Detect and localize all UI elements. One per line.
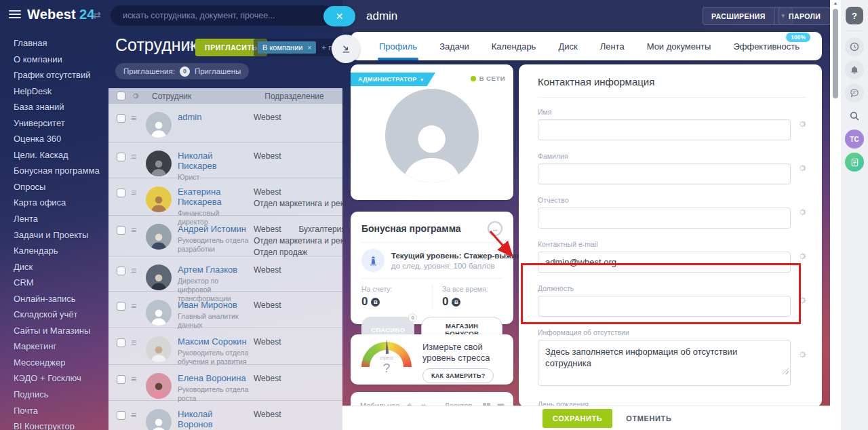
table-settings-gear-icon[interactable]	[131, 92, 142, 100]
app-logo[interactable]: Webest24	[27, 7, 95, 22]
row-checkbox[interactable]	[117, 411, 125, 420]
sidebar-item-goals[interactable]: Цели. Каскад	[14, 147, 115, 163]
tab-disk[interactable]: Диск	[558, 32, 577, 60]
employee-name-link[interactable]: admin	[178, 112, 250, 122]
tab-documents[interactable]: Мои документы	[647, 32, 711, 60]
filter-chip-close-icon[interactable]: ×	[307, 44, 311, 52]
sidebar-item-helpdesk[interactable]: HelpDesk	[14, 83, 115, 100]
panel-close-button[interactable]: ✕	[323, 6, 355, 26]
sidebar-item-messenger[interactable]: Мессенджер	[14, 355, 115, 371]
table-row[interactable]: ≡ Елена Воронина Руководитель отдела рос…	[108, 365, 342, 401]
row-checkbox[interactable]	[117, 153, 125, 161]
sidebar-item-sites[interactable]: Сайты и Магазины	[14, 323, 115, 339]
field-gear-icon[interactable]	[797, 119, 807, 129]
filter-chip[interactable]: В компании ×	[258, 41, 316, 54]
user-avatar[interactable]: TC	[845, 130, 864, 149]
sidebar-item-bi[interactable]: BI Конструктор	[14, 418, 115, 430]
help-button[interactable]: ?	[846, 7, 863, 24]
tab-calendar[interactable]: Календарь	[492, 32, 536, 60]
row-menu-icon[interactable]: ≡	[131, 113, 142, 123]
profile-avatar[interactable]	[385, 89, 479, 182]
sidebar-item-calendar[interactable]: Календарь	[14, 243, 115, 259]
sidebar-item-absence[interactable]: График отсутствий	[14, 67, 115, 83]
position-input[interactable]	[538, 296, 791, 317]
row-checkbox[interactable]	[117, 302, 125, 311]
tab-feed[interactable]: Лента	[600, 32, 625, 60]
sidebar-item-surveys[interactable]: Опросы	[14, 179, 115, 195]
favorite-star-icon[interactable]: ☆	[184, 39, 194, 52]
email-input[interactable]	[538, 252, 791, 273]
employee-name-link[interactable]: Иван Миронов	[178, 300, 250, 310]
sidebar-item-main[interactable]: Главная	[14, 35, 115, 52]
row-menu-icon[interactable]: ≡	[131, 152, 142, 161]
first-name-input[interactable]	[538, 119, 791, 140]
table-row[interactable]: ≡ Николай Воронов Руководитель отдела R&…	[108, 401, 342, 430]
row-menu-icon[interactable]: ≡	[131, 374, 142, 384]
employee-name-link[interactable]: Елена Воронина	[178, 373, 250, 383]
panel-dock-button[interactable]	[332, 35, 360, 63]
sidebar-item-sign[interactable]: Подпись	[14, 387, 115, 403]
panel-scrollbar[interactable]: ▲	[830, 0, 841, 430]
menu-hamburger-icon[interactable]	[9, 10, 21, 19]
sidebar-item-tasks[interactable]: Задачи и Проекты	[14, 227, 115, 243]
sidebar-item-booking[interactable]: Онлайн-запись	[14, 291, 115, 307]
employee-name-link[interactable]: Андрей Истомин	[178, 224, 250, 234]
last-name-input[interactable]	[538, 163, 791, 184]
bonus-open-arrow-icon[interactable]: →	[488, 221, 502, 236]
field-gear-icon[interactable]	[797, 208, 807, 217]
absence-info-textarea[interactable]: Здесь заполняется информация об отсутств…	[538, 340, 791, 386]
row-checkbox[interactable]	[117, 338, 125, 347]
table-row[interactable]: ≡ admin Webest	[108, 104, 342, 142]
tab-profile[interactable]: Профиль	[379, 32, 417, 60]
row-menu-icon[interactable]: ≡	[131, 225, 142, 235]
select-all-checkbox[interactable]	[117, 92, 125, 100]
sidebar-item-bonus[interactable]: Бонусная программа	[14, 163, 115, 179]
sidebar-item-crm[interactable]: CRM	[14, 275, 115, 291]
filter-more-label[interactable]: + п	[321, 43, 332, 52]
employee-name-link[interactable]: Екатерина Пискарева	[178, 187, 250, 207]
search-input[interactable]	[111, 5, 334, 26]
field-gear-icon[interactable]	[797, 296, 807, 305]
passwords-button[interactable]: ПАРОЛИ	[778, 7, 831, 25]
employee-name-link[interactable]: Максим Сорокин	[178, 336, 250, 347]
field-gear-icon[interactable]	[797, 350, 807, 359]
tab-tasks[interactable]: Задачи	[439, 32, 469, 60]
table-row[interactable]: ≡ Артем Глазков Директор по цифровой тра…	[108, 256, 342, 292]
row-checkbox[interactable]	[117, 267, 125, 275]
textarea-resize-handle[interactable]	[783, 368, 789, 374]
table-row[interactable]: ≡ Максим Сорокин Руководитель отдела обу…	[108, 328, 342, 365]
sidebar-item-marketing[interactable]: Маркетинг	[14, 338, 115, 355]
employee-name-link[interactable]: Николай Воронов	[178, 409, 250, 429]
field-gear-icon[interactable]	[797, 252, 807, 261]
logo-settings-icon[interactable]: ⇄	[93, 9, 101, 20]
row-menu-icon[interactable]: ≡	[131, 266, 142, 275]
row-checkbox[interactable]	[117, 189, 125, 197]
row-checkbox[interactable]	[117, 114, 125, 123]
table-row[interactable]: ≡ Екатерина Пискарева Финансовый директо…	[108, 178, 342, 216]
row-menu-icon[interactable]: ≡	[131, 410, 142, 420]
row-menu-icon[interactable]: ≡	[131, 338, 142, 347]
employee-name-link[interactable]: Николай Пискарев	[178, 151, 250, 171]
sidebar-item-about[interactable]: О компании	[14, 52, 115, 68]
sidebar-item-feed[interactable]: Лента	[14, 211, 115, 227]
sidebar-item-mail[interactable]: Почта	[14, 403, 115, 419]
sidebar-item-knowledge[interactable]: База знаний	[14, 99, 115, 115]
search-icon[interactable]	[845, 106, 864, 125]
employee-name-link[interactable]: Артем Глазков	[178, 265, 250, 275]
invites-chip[interactable]: Приглашения: 0 Приглашены	[115, 63, 249, 79]
sidebar-item-disk[interactable]: Диск	[14, 259, 115, 275]
role-badge[interactable]: АДМИНИСТРАТОР▼	[351, 73, 435, 86]
sidebar-item-inventory[interactable]: Складской учёт	[14, 307, 115, 323]
messenger-chat-icon[interactable]	[845, 83, 864, 102]
sidebar-item-kedo[interactable]: КЭДО + Госключ	[14, 370, 115, 387]
table-row[interactable]: ≡ Николай Пискарев Юрист Webest	[108, 142, 342, 178]
row-checkbox[interactable]	[117, 375, 125, 384]
sidebar-item-office-map[interactable]: Карта офиса	[14, 195, 115, 211]
column-header-department[interactable]: Подразделение	[264, 92, 323, 101]
row-menu-icon[interactable]: ≡	[131, 188, 142, 197]
row-menu-icon[interactable]: ≡	[131, 301, 142, 311]
middle-name-input[interactable]	[538, 208, 791, 229]
measure-stress-button[interactable]: КАК ЗАМЕРИТЬ?	[422, 368, 494, 383]
scrollbar-thumb[interactable]	[833, 9, 838, 98]
column-header-employee[interactable]: Сотрудник	[152, 92, 191, 101]
